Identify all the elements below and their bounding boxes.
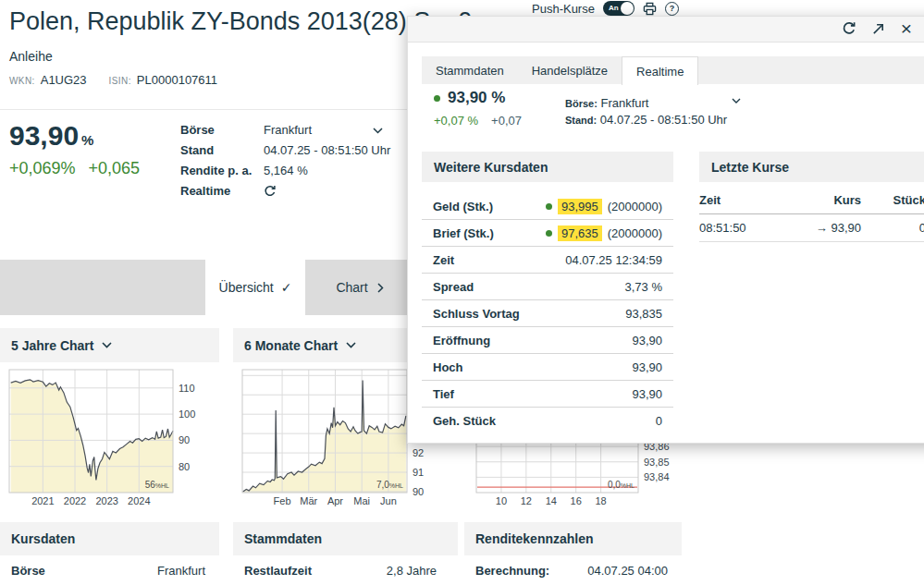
weitere-kursdaten-title: Weitere Kursdaten <box>422 152 673 182</box>
modal-boerse-dropdown-chevron-icon[interactable] <box>732 98 741 104</box>
row-label: Hoch <box>433 360 463 374</box>
svg-text:Apr: Apr <box>327 495 343 506</box>
refresh-icon[interactable] <box>264 185 277 198</box>
kursdaten-row: Tief93,90 <box>422 381 673 408</box>
modal-close-icon[interactable]: × <box>898 20 915 37</box>
weitere-kursdaten-section: Weitere Kursdaten Geld (Stk.)93,995(2000… <box>422 152 673 433</box>
letzte-kurse-title: Letzte Kurse <box>699 152 924 182</box>
rendite-row: Berechnung: 04.07.25 04:00 <box>475 564 668 578</box>
modal-stand-value: 04.07.25 - 08:51:50 Uhr <box>600 113 727 127</box>
instrument-ids: WKN: A1UG23 ISIN: PL0000107611 <box>9 73 217 87</box>
stand-value: 04.07.25 - 08:51:50 Uhr <box>264 140 390 161</box>
svg-text:93,85: 93,85 <box>644 457 670 468</box>
isin-label: ISIN: <box>109 76 131 86</box>
green-dot-icon <box>546 203 552 210</box>
svg-text:92: 92 <box>413 447 424 458</box>
row-label: Brief (Stk.) <box>433 226 494 240</box>
chevron-right-icon <box>377 283 384 293</box>
svg-text:90: 90 <box>179 434 190 445</box>
tab-uebersicht[interactable]: Übersicht ✓ <box>205 260 305 315</box>
kursdaten-row: Börse Frankfurt <box>11 564 205 578</box>
boerse-label: Börse <box>180 120 264 140</box>
green-dot-icon <box>434 95 440 102</box>
modal-tabs: Stammdaten Handelsplätze Realtime <box>422 56 924 84</box>
price-change: +0,069% +0,065 <box>9 159 140 178</box>
col-stueck: Stück <box>861 193 924 207</box>
kursdaten-row: Geh. Stück0 <box>422 408 673 433</box>
kursdaten-row: Eröffnung93,90 <box>422 327 673 354</box>
green-dot-icon <box>546 230 552 237</box>
row-value: 04.07.25 12:34:59 <box>565 253 662 267</box>
boerse-dropdown-chevron-icon[interactable] <box>373 128 383 134</box>
page: Polen, Republik ZY-Bonds 2013(28) Ser.0 … <box>0 0 924 585</box>
svg-text:12: 12 <box>521 495 532 506</box>
rendite-value: 5,164 % <box>264 161 308 181</box>
row-label: Börse <box>11 564 45 578</box>
tab-chart[interactable]: Chart <box>305 260 414 315</box>
stand-label: Stand <box>180 140 264 161</box>
tab-hidden[interactable] <box>0 260 205 315</box>
modal-boerse-value[interactable]: Frankfurt <box>600 96 648 110</box>
five-year-chart: 2021202220232024110100908056%HL <box>0 368 213 508</box>
svg-text:18: 18 <box>595 495 606 506</box>
tab-stammdaten[interactable]: Stammdaten <box>422 56 518 84</box>
stammdaten-section-header: Stammdaten <box>233 522 458 555</box>
five-year-chart-header[interactable]: 5 Jahre Chart <box>0 328 219 362</box>
col-zeit: Zeit <box>699 193 782 207</box>
isin-value: PL0000107611 <box>137 73 217 87</box>
svg-text:14: 14 <box>546 495 557 506</box>
five-year-chart-title: 5 Jahre Chart <box>11 338 93 353</box>
col-kurs: Kurs <box>782 193 861 207</box>
row-label: Eröffnung <box>433 334 490 347</box>
modal-change-absolute: +0,07 <box>491 114 522 128</box>
help-icon[interactable]: ? <box>665 2 679 16</box>
row-label: Spread <box>433 280 474 294</box>
push-kurse-row: Push-Kurse An ? <box>532 1 679 16</box>
kursdaten-row: Geld (Stk.)93,995(2000000) <box>422 193 673 220</box>
kursdaten-row: Zeit04.07.25 12:34:59 <box>422 247 673 274</box>
boerse-value[interactable]: Frankfurt <box>264 120 312 140</box>
rendite-section-header: Renditekennzahlen <box>464 522 682 555</box>
tab-realtime[interactable]: Realtime <box>622 56 698 85</box>
arrow-right-icon: → <box>816 221 828 235</box>
modal-expand-icon[interactable] <box>869 20 886 37</box>
change-percent: +0,069% <box>9 159 76 178</box>
price-unit: % <box>81 132 93 148</box>
row-label: Berechnung: <box>475 564 549 578</box>
wkn-value: A1UG23 <box>41 73 87 87</box>
letzte-kurse-section: Letzte Kurse Zeit Kurs Stück 08:51:50 → … <box>699 152 924 242</box>
modal-refresh-icon[interactable] <box>841 20 857 37</box>
push-kurse-label: Push-Kurse <box>532 2 595 16</box>
svg-text:16: 16 <box>571 495 582 506</box>
letzte-kurse-row: 08:51:50 → 93,90 0 <box>699 214 924 242</box>
row-value: 3,73 % <box>625 280 662 294</box>
row-label: Geh. Stück <box>433 414 496 428</box>
svg-text:2022: 2022 <box>64 495 86 506</box>
svg-text:Mär: Mär <box>300 495 317 506</box>
realtime-modal: × Stammdaten Handelsplätze Realtime 93,9… <box>407 16 924 444</box>
modal-price: 93,90 % <box>448 89 505 107</box>
row-value: Frankfurt <box>157 564 205 578</box>
svg-text:2023: 2023 <box>95 495 117 506</box>
cell-zeit: 08:51:50 <box>699 221 782 235</box>
cell-stueck: 0 <box>861 221 924 235</box>
instrument-type: Anleihe <box>9 49 53 64</box>
modal-change-percent: +0,07 % <box>434 114 478 128</box>
kursdaten-row: Spread3,73 % <box>422 274 673 300</box>
push-kurse-toggle[interactable]: An <box>603 1 634 16</box>
toggle-state-label: An <box>609 4 619 12</box>
tab-handelsplaetze[interactable]: Handelsplätze <box>518 56 622 84</box>
tab-chart-label: Chart <box>336 280 367 295</box>
quote-details: Börse Frankfurt Stand 04.07.25 - 08:51:5… <box>180 120 390 201</box>
current-price: 93,90% <box>9 120 93 152</box>
kursdaten-row: Schluss Vortag93,835 <box>422 300 673 327</box>
row-value: 97,635(2000000) <box>546 225 662 241</box>
instrument-title: Polen, Republik ZY-Bonds 2013(28) Ser.0 <box>9 7 472 36</box>
print-icon[interactable] <box>643 2 657 16</box>
svg-text:Feb: Feb <box>274 495 291 506</box>
row-label: Zeit <box>433 253 454 267</box>
change-absolute: +0,065 <box>89 159 141 178</box>
svg-text:2024: 2024 <box>128 495 150 506</box>
row-label: Schluss Vortag <box>433 307 520 321</box>
svg-text:Mai: Mai <box>353 495 370 506</box>
